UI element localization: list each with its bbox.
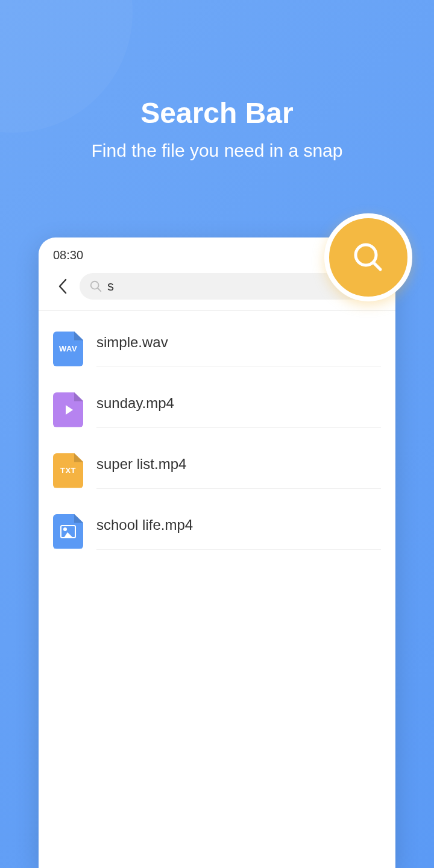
search-fab[interactable] [324,213,412,301]
search-icon [350,239,386,275]
phone-mockup: 08:30 s WAV simple.wav [39,237,395,868]
search-icon [89,280,102,293]
back-button[interactable] [48,273,77,300]
chevron-left-icon [58,278,68,294]
file-name: school life.mp4 [96,517,381,533]
wav-file-icon: WAV [53,332,83,366]
txt-file-icon: TXT [53,453,83,488]
svg-line-1 [98,288,101,292]
hero-subtitle: Find the file you need in a snap [0,140,434,161]
result-item[interactable]: sunday.mp4 [39,379,395,440]
result-list: WAV simple.wav sunday.mp4 TXT super list… [39,311,395,569]
status-time: 08:30 [53,248,83,262]
file-name: super list.mp4 [96,456,381,473]
svg-line-3 [374,263,380,269]
video-file-icon [53,392,83,427]
result-item[interactable]: school life.mp4 [39,501,395,562]
result-item[interactable]: WAV simple.wav [39,318,395,379]
file-name: sunday.mp4 [96,395,381,412]
image-file-icon [53,514,83,549]
search-value: s [107,278,114,294]
file-name: simple.wav [96,334,381,351]
result-item[interactable]: TXT super list.mp4 [39,440,395,501]
